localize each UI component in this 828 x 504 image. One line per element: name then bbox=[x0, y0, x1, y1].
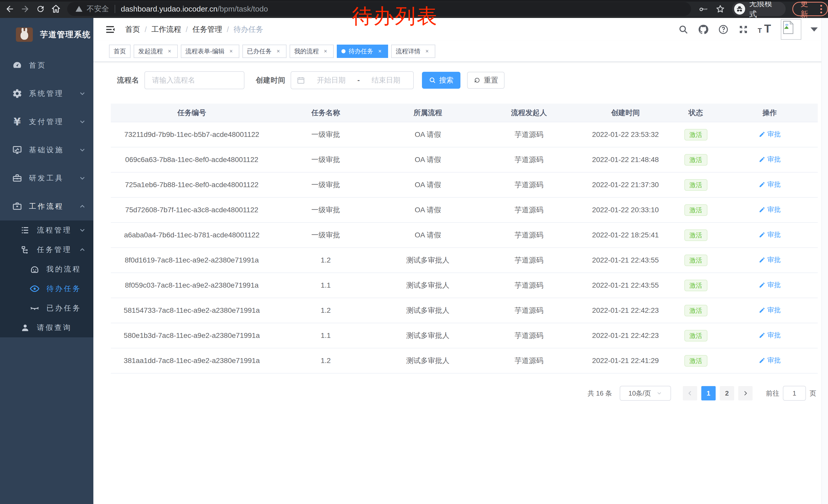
tab-home[interactable]: 首页 bbox=[109, 45, 131, 58]
close-icon[interactable] bbox=[166, 48, 173, 55]
reset-button[interactable]: 重置 bbox=[467, 72, 504, 89]
approve-button[interactable]: 审批 bbox=[759, 180, 781, 189]
search-icon[interactable] bbox=[678, 24, 689, 35]
browser-reload-icon[interactable] bbox=[35, 3, 46, 15]
search-button[interactable]: 搜索 bbox=[422, 72, 460, 89]
broken-image-icon bbox=[782, 21, 794, 34]
goto-page-input[interactable]: 1 bbox=[783, 386, 806, 401]
browser-update-button[interactable]: 更新 bbox=[792, 2, 828, 16]
tab-form-edit[interactable]: 流程表单-编辑 bbox=[181, 45, 239, 58]
cell-status: 激活 bbox=[670, 122, 721, 147]
breadcrumb-workflow[interactable]: 工作流程 bbox=[151, 25, 181, 35]
tab-process-detail[interactable]: 流程详情 bbox=[391, 45, 435, 58]
approve-button[interactable]: 审批 bbox=[759, 130, 781, 139]
fullscreen-icon[interactable] bbox=[738, 24, 749, 35]
breadcrumb-home[interactable]: 首页 bbox=[125, 25, 140, 35]
edit-pencil-icon bbox=[759, 181, 765, 188]
sidebar-item-devtools[interactable]: 研发工具 bbox=[0, 164, 93, 192]
status-badge: 激活 bbox=[685, 179, 707, 191]
sidebar-item-infra[interactable]: 基础设施 bbox=[0, 136, 93, 164]
edit-pencil-icon bbox=[759, 332, 765, 339]
cell-task-id: 8f059c03-7ac8-11ec-a9e2-a2380e71991a bbox=[111, 273, 273, 298]
edit-pencil-icon bbox=[759, 282, 765, 288]
sidebar-item-leave-query[interactable]: 请假查询 bbox=[0, 318, 93, 337]
approve-button[interactable]: 审批 bbox=[759, 255, 781, 264]
close-icon[interactable] bbox=[227, 48, 235, 55]
page-button-2[interactable]: 2 bbox=[720, 386, 734, 401]
bookmark-star-icon[interactable] bbox=[715, 4, 726, 14]
tab-my-process[interactable]: 我的流程 bbox=[290, 45, 334, 58]
approve-button[interactable]: 审批 bbox=[759, 230, 781, 239]
sidebar-item-process-mgmt[interactable]: 流程管理 bbox=[0, 221, 93, 240]
sidebar-item-system[interactable]: 系统管理 bbox=[0, 80, 93, 108]
table-row: 381aa1dd-7ac8-11ec-a9e2-a2380e71991a 1.2… bbox=[111, 348, 818, 373]
next-page-button[interactable] bbox=[738, 386, 753, 401]
status-badge: 激活 bbox=[685, 355, 707, 367]
tab-done-tasks[interactable]: 已办任务 bbox=[242, 45, 287, 58]
password-key-icon[interactable] bbox=[698, 4, 708, 14]
close-icon[interactable] bbox=[423, 48, 431, 55]
cell-starter: 芋道源码 bbox=[477, 323, 581, 348]
sidebar-item-my-process[interactable]: 我的流程 bbox=[0, 260, 93, 279]
cell-process: 测试多审批人 bbox=[379, 273, 477, 298]
tab-todo-tasks[interactable]: 待办任务 bbox=[337, 45, 388, 58]
sidebar-item-todo-tasks[interactable]: 待办任务 bbox=[0, 279, 93, 299]
browser-back-icon[interactable] bbox=[4, 3, 15, 15]
list-icon bbox=[19, 225, 31, 236]
table-row: 75d72608-7b7f-11ec-a3c8-acde48001122 一级审… bbox=[111, 197, 818, 223]
cell-task-id: 75d72608-7b7f-11ec-a3c8-acde48001122 bbox=[111, 197, 273, 223]
sidebar-collapse-icon[interactable] bbox=[105, 24, 116, 35]
cell-create-time: 2022-01-22 23:53:32 bbox=[581, 122, 670, 147]
sidebar-item-home[interactable]: 首页 bbox=[0, 51, 93, 80]
scrollbar-track[interactable] bbox=[821, 18, 828, 504]
date-range-picker[interactable]: 开始日期 - 结束日期 bbox=[291, 71, 414, 89]
font-size-icon[interactable] bbox=[758, 24, 772, 35]
close-icon[interactable] bbox=[376, 48, 383, 55]
prev-page-button[interactable] bbox=[683, 386, 697, 401]
sidebar-item-task-mgmt[interactable]: 任务管理 bbox=[0, 240, 93, 260]
page-size-select[interactable]: 10条/页 bbox=[620, 386, 671, 401]
table-row: a6aba0a4-7b6d-11ec-b781-acde48001122 一级审… bbox=[111, 223, 818, 248]
cell-task-id: 725a1eb6-7b88-11ec-8ef0-acde48001122 bbox=[111, 172, 273, 197]
refresh-icon bbox=[473, 77, 481, 84]
sidebar-item-workflow[interactable]: 工作流程 bbox=[0, 192, 93, 221]
url-text: dashboard.yudao.iocoder.cn/bpm/task/todo bbox=[121, 5, 268, 13]
approve-button[interactable]: 审批 bbox=[759, 306, 781, 315]
col-status: 状态 bbox=[670, 103, 721, 122]
avatar[interactable] bbox=[781, 19, 801, 40]
url-separator bbox=[115, 5, 115, 13]
approve-button[interactable]: 审批 bbox=[759, 205, 781, 214]
create-time-label: 创建时间 bbox=[256, 75, 286, 85]
sidebar-item-payment[interactable]: ¥ 支付管理 bbox=[0, 108, 93, 136]
approve-button[interactable]: 审批 bbox=[759, 356, 781, 365]
table-row: 580e1b3d-7ac8-11ec-a9e2-a2380e71991a 1.1… bbox=[111, 323, 818, 348]
browser-menu-icon[interactable] bbox=[820, 5, 822, 13]
chevron-down-icon bbox=[79, 146, 86, 154]
page-button-1[interactable]: 1 bbox=[701, 386, 716, 401]
cell-create-time: 2022-01-21 22:42:23 bbox=[581, 298, 670, 323]
tab-start-process[interactable]: 发起流程 bbox=[134, 45, 178, 58]
process-name-input[interactable]: 请输入流程名 bbox=[144, 71, 244, 89]
browser-forward-icon[interactable] bbox=[19, 3, 31, 15]
cell-task-id: 8f0d1619-7ac8-11ec-a9e2-a2380e71991a bbox=[111, 248, 273, 273]
breadcrumb-task-mgmt[interactable]: 任务管理 bbox=[192, 25, 222, 35]
close-icon[interactable] bbox=[275, 48, 282, 55]
not-secure-label: 不安全 bbox=[87, 4, 109, 14]
cell-task-name: 一级审批 bbox=[273, 223, 379, 248]
chevron-down-icon bbox=[79, 118, 86, 126]
close-icon[interactable] bbox=[322, 48, 329, 55]
approve-button[interactable]: 审批 bbox=[759, 331, 781, 340]
sidebar-brand[interactable]: 芋道管理系统 bbox=[0, 18, 93, 51]
sidebar-item-done-tasks[interactable]: 已办任务 bbox=[0, 299, 93, 318]
approve-button[interactable]: 审批 bbox=[759, 280, 781, 289]
cell-task-id: 580e1b3d-7ac8-11ec-a9e2-a2380e71991a bbox=[111, 323, 273, 348]
cell-task-name: 1.2 bbox=[273, 348, 379, 373]
edit-pencil-icon bbox=[759, 156, 765, 163]
github-icon[interactable] bbox=[698, 24, 709, 35]
browser-home-icon[interactable] bbox=[50, 3, 61, 15]
cell-task-name: 1.1 bbox=[273, 323, 379, 348]
cell-task-name: 一级审批 bbox=[273, 197, 379, 223]
avatar-dropdown-caret[interactable] bbox=[811, 28, 818, 32]
approve-button[interactable]: 审批 bbox=[759, 155, 781, 164]
help-icon[interactable] bbox=[718, 24, 729, 35]
